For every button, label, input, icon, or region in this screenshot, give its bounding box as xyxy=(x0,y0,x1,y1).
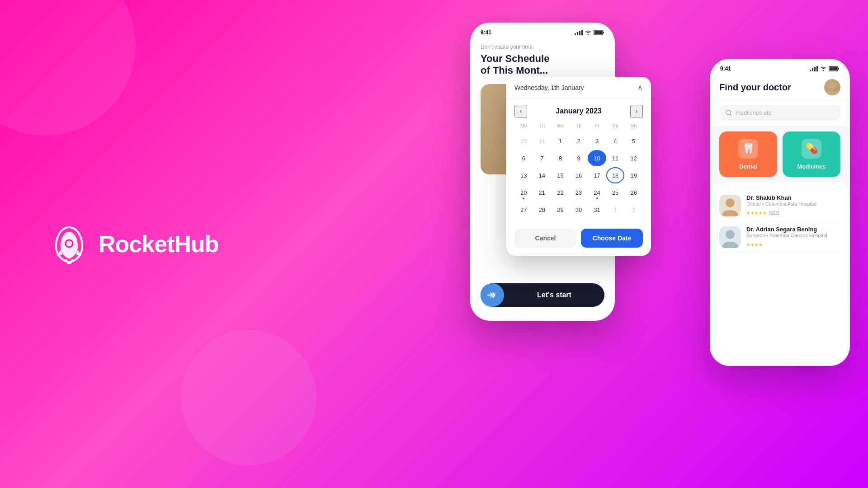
cal-day[interactable]: 2 xyxy=(624,202,643,218)
cal-day[interactable]: 3 xyxy=(588,133,606,149)
day-name-su: Su xyxy=(624,121,643,130)
svg-rect-1 xyxy=(575,33,576,35)
cal-day[interactable]: 16 xyxy=(570,167,588,183)
start-button[interactable]: Let's start xyxy=(481,283,604,307)
days-header: Mo Tu We Th Fr Sa Su xyxy=(514,121,643,130)
svg-rect-18 xyxy=(838,68,839,70)
cal-day[interactable]: 30 xyxy=(570,202,588,218)
arrow-icon xyxy=(481,283,504,307)
cal-day[interactable]: 24 xyxy=(588,184,606,201)
status-icons-primary xyxy=(575,30,604,35)
category-medicines[interactable]: 💊 Medicines xyxy=(783,131,840,177)
calendar-nav: ‹ January 2023 › xyxy=(506,99,651,121)
phone-secondary: 9:41 xyxy=(710,59,850,366)
logo-icon xyxy=(49,224,90,264)
cal-day[interactable]: 31 xyxy=(588,202,606,218)
svg-rect-13 xyxy=(810,70,811,71)
cal-day[interactable]: 4 xyxy=(606,133,625,149)
cal-day[interactable]: 31 xyxy=(533,133,552,149)
cal-day[interactable]: 12 xyxy=(624,150,643,166)
doctor-name-2: Dr. Adrian Segara Bening xyxy=(746,226,840,233)
doctor-avatar-2 xyxy=(719,226,741,248)
cal-day[interactable]: 1 xyxy=(551,133,570,149)
cal-day[interactable]: 14 xyxy=(533,167,552,183)
svg-point-20 xyxy=(829,82,836,89)
doctor-info-1: Dr. Shakib Khan Dental • Columbia Asia H… xyxy=(746,194,840,216)
cal-day-today[interactable]: 18 xyxy=(606,167,625,183)
cal-day[interactable]: 27 xyxy=(514,202,533,218)
calendar-days: 30 31 1 2 3 4 5 6 7 8 9 10 11 12 13 14 1… xyxy=(514,133,643,218)
doctors-section: Dr. Shakib Khan Dental • Columbia Asia H… xyxy=(711,183,849,365)
category-dental[interactable]: 🦷 Dental xyxy=(719,131,777,177)
doctor-specialty-2: Surgeon • Salemba Carolus Hospital xyxy=(746,233,840,238)
cal-day[interactable]: 30 xyxy=(514,133,533,149)
cal-day[interactable]: 7 xyxy=(533,150,552,166)
doctor-card-2[interactable]: Dr. Adrian Segara Bening Surgeon • Salem… xyxy=(719,221,840,253)
cal-day[interactable]: 6 xyxy=(514,150,533,166)
svg-rect-3 xyxy=(579,31,580,35)
day-name-sa: Sa xyxy=(606,121,625,130)
day-name-we: We xyxy=(551,121,570,130)
doctor-stars-2: ★★★★ xyxy=(746,242,763,247)
svg-point-26 xyxy=(726,230,735,239)
svg-point-21 xyxy=(726,110,731,115)
cal-day[interactable]: 9 xyxy=(570,150,588,166)
doctor-avatar-1 xyxy=(719,195,741,216)
svg-rect-14 xyxy=(812,68,813,71)
choose-date-button[interactable]: Choose Date xyxy=(581,229,643,248)
cal-day[interactable]: 13 xyxy=(514,167,533,183)
cal-day[interactable]: 20 xyxy=(514,184,533,201)
brand-name: RocketHub xyxy=(99,230,218,258)
day-name-mo: Mo xyxy=(514,121,533,130)
cal-day[interactable]: 17 xyxy=(588,167,606,183)
cal-day[interactable]: 22 xyxy=(551,184,570,201)
start-label: Let's start xyxy=(504,291,604,299)
doctor-stars-1: ★★★★★ xyxy=(746,211,767,216)
search-placeholder: medicines etc xyxy=(736,109,771,116)
cal-day[interactable]: 19 xyxy=(624,167,643,183)
search-icon xyxy=(726,110,732,116)
status-bar-primary: 9:41 xyxy=(472,24,613,38)
cal-day[interactable]: 8 xyxy=(551,150,570,166)
cal-day[interactable]: 26 xyxy=(624,184,643,201)
user-avatar[interactable] xyxy=(824,79,840,95)
svg-rect-4 xyxy=(581,30,583,35)
cal-day[interactable]: 11 xyxy=(606,150,625,166)
cal-day[interactable]: 5 xyxy=(624,133,643,149)
svg-line-22 xyxy=(730,114,731,116)
doctor-reviews-1: (322) xyxy=(769,211,779,216)
calendar-header: Wednesday, 1th January ∧ xyxy=(506,77,651,99)
subtitle-text: Don't waste your time. xyxy=(481,44,604,50)
calendar-overlay: Wednesday, 1th January ∧ ‹ January 2023 … xyxy=(506,77,651,256)
calendar-collapse-icon[interactable]: ∧ xyxy=(637,83,643,92)
month-title: January 2023 xyxy=(556,107,601,115)
cal-day[interactable]: 28 xyxy=(533,202,552,218)
cal-day[interactable]: 25 xyxy=(606,184,625,201)
svg-rect-7 xyxy=(594,31,602,34)
cal-day[interactable]: 21 xyxy=(533,184,552,201)
status-bar-secondary: 9:41 xyxy=(711,60,849,75)
svg-point-24 xyxy=(726,198,735,207)
status-icons-secondary xyxy=(810,66,840,71)
cal-day[interactable]: 15 xyxy=(551,167,570,183)
cal-day[interactable]: 29 xyxy=(551,202,570,218)
headline-text: Your Scheduleof This Mont... xyxy=(481,53,604,77)
phone2-header: Find your doctor xyxy=(711,75,849,101)
cancel-button[interactable]: Cancel xyxy=(514,229,576,248)
dental-icon: 🦷 xyxy=(738,139,758,159)
doctor-info-2: Dr. Adrian Segara Bening Surgeon • Salem… xyxy=(746,226,840,248)
cal-day-selected[interactable]: 10 xyxy=(588,150,606,166)
phones-container: 9:41 xyxy=(416,0,868,488)
search-bar[interactable]: medicines etc xyxy=(719,105,840,121)
day-name-tu: Tu xyxy=(533,121,552,130)
cal-day[interactable]: 23 xyxy=(570,184,588,201)
cal-day[interactable]: 2 xyxy=(570,133,588,149)
next-month-button[interactable]: › xyxy=(630,105,643,117)
cal-day[interactable]: 1 xyxy=(606,202,625,218)
svg-rect-15 xyxy=(814,67,816,71)
prev-month-button[interactable]: ‹ xyxy=(514,105,527,117)
logo-area: RocketHub xyxy=(49,224,218,264)
doctor-card-1[interactable]: Dr. Shakib Khan Dental • Columbia Asia H… xyxy=(719,190,840,221)
doctor-specialty-1: Dental • Columbia Asia Hospital xyxy=(746,201,840,206)
find-doctor-title: Find your doctor xyxy=(719,82,791,93)
